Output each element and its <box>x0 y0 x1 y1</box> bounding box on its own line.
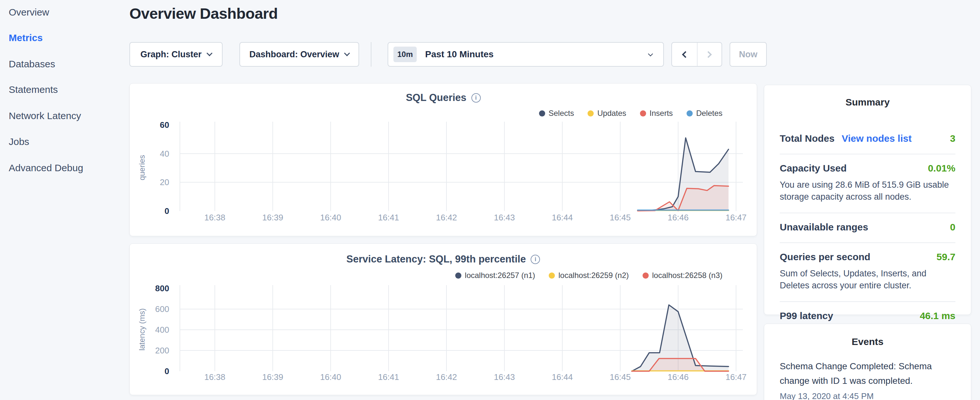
svg-text:16:43: 16:43 <box>494 213 515 222</box>
svg-text:40: 40 <box>160 149 169 159</box>
series-fills <box>638 138 729 211</box>
controls-divider <box>371 42 371 67</box>
capacity-used-value: 0.01% <box>928 163 955 174</box>
total-nodes-value: 3 <box>950 133 955 144</box>
p99-latency-value: 46.1 ms <box>920 310 955 321</box>
svg-text:16:38: 16:38 <box>204 213 225 222</box>
svg-text:16:42: 16:42 <box>436 372 457 382</box>
total-nodes-label: Total Nodes <box>780 133 834 144</box>
sidebar-item-databases[interactable]: Databases <box>9 59 55 70</box>
time-range-dropdown[interactable]: 10m Past 10 Minutes <box>388 42 664 67</box>
chevron-down-icon <box>344 50 350 56</box>
svg-text:16:41: 16:41 <box>378 213 399 222</box>
time-step-buttons <box>671 42 722 67</box>
summary-row-total-nodes: Total Nodes View nodes list 3 <box>780 124 955 155</box>
series-fills <box>632 305 729 371</box>
events-panel: Events Schema Change Completed: Schema c… <box>764 324 971 400</box>
prev-time-button[interactable] <box>672 43 697 66</box>
dashboard-dropdown[interactable]: Dashboard: Overview <box>239 42 359 67</box>
graph-scope-label: Graph: Cluster <box>140 49 202 59</box>
svg-text:16:41: 16:41 <box>378 372 399 382</box>
svg-text:16:46: 16:46 <box>667 372 689 382</box>
chevron-left-icon <box>682 51 689 57</box>
sidebar-item-statements[interactable]: Statements <box>9 84 58 95</box>
next-time-button[interactable] <box>697 43 722 66</box>
gridlines <box>180 122 743 211</box>
svg-text:16:45: 16:45 <box>609 213 631 222</box>
svg-text:16:39: 16:39 <box>262 213 283 222</box>
svg-text:200: 200 <box>155 346 169 355</box>
svg-text:16:40: 16:40 <box>320 213 341 222</box>
qps-value: 59.7 <box>937 252 955 263</box>
chevron-down-icon <box>207 50 212 56</box>
capacity-used-description: You are using 28.6 MiB of 515.9 GiB usab… <box>780 179 955 203</box>
svg-text:60: 60 <box>160 120 169 130</box>
svg-text:0: 0 <box>165 206 169 216</box>
svg-text:800: 800 <box>155 284 169 293</box>
svg-text:16:40: 16:40 <box>320 372 341 382</box>
svg-text:16:42: 16:42 <box>436 213 457 222</box>
event-timestamp: May 13, 2020 at 4:45 PM <box>780 391 955 400</box>
svg-text:16:46: 16:46 <box>667 213 689 222</box>
summary-row-qps: Queries per second 59.7 Sum of Selects, … <box>780 243 955 302</box>
chart-plot[interactable]: 16:3816:3916:4016:4116:4216:4316:4416:45… <box>130 244 757 395</box>
graph-scope-dropdown[interactable]: Graph: Cluster <box>129 42 223 67</box>
events-title: Events <box>764 324 971 347</box>
capacity-used-label: Capacity Used <box>780 163 847 174</box>
summary-row-capacity: Capacity Used 0.01% You are using 28.6 M… <box>780 155 955 213</box>
svg-text:20: 20 <box>160 177 169 187</box>
summary-panel: Summary Total Nodes View nodes list 3 Ca… <box>764 85 971 315</box>
svg-text:16:44: 16:44 <box>552 372 573 382</box>
svg-text:16:45: 16:45 <box>609 372 631 382</box>
now-button[interactable]: Now <box>730 42 767 67</box>
svg-text:16:44: 16:44 <box>552 213 573 222</box>
svg-text:16:47: 16:47 <box>725 372 746 382</box>
qps-label: Queries per second <box>780 252 870 263</box>
unavailable-ranges-label: Unavailable ranges <box>780 222 868 233</box>
sidebar-item-advanced-debug[interactable]: Advanced Debug <box>9 163 83 174</box>
sql-queries-chart-card: SQL Queries SelectsUpdatesInsertsDeletes… <box>129 83 757 236</box>
svg-text:600: 600 <box>155 304 169 314</box>
sidebar-item-jobs[interactable]: Jobs <box>9 136 29 147</box>
summary-title: Summary <box>764 85 971 108</box>
event-text: Schema Change Completed: Schema change w… <box>780 359 955 388</box>
svg-text:16:43: 16:43 <box>494 372 515 382</box>
summary-row-unavailable-ranges: Unavailable ranges 0 <box>780 213 955 243</box>
event-list-item[interactable]: Schema Change Completed: Schema change w… <box>764 347 971 400</box>
sidebar-item-network-latency[interactable]: Network Latency <box>9 110 81 121</box>
service-latency-chart-card: Service Latency: SQL, 99th percentile lo… <box>129 243 757 395</box>
svg-text:0: 0 <box>165 367 169 376</box>
svg-text:16:38: 16:38 <box>204 372 225 382</box>
unavailable-ranges-value: 0 <box>950 222 955 233</box>
view-nodes-list-link[interactable]: View nodes list <box>842 133 912 144</box>
chevron-right-icon <box>705 51 712 57</box>
sidebar-item-overview[interactable]: Overview <box>9 7 49 18</box>
page-title: Overview Dashboard <box>129 5 278 22</box>
axis-labels: 16:3816:3916:4016:4116:4216:4316:4416:45… <box>160 120 746 222</box>
p99-latency-label: P99 latency <box>780 310 833 321</box>
svg-text:16:39: 16:39 <box>262 372 283 382</box>
qps-description: Sum of Selects, Updates, Inserts, and De… <box>780 268 955 292</box>
svg-text:400: 400 <box>155 325 169 335</box>
dashboard-label: Dashboard: Overview <box>250 49 339 59</box>
time-range-label: Past 10 Minutes <box>425 49 494 59</box>
sidebar-item-metrics[interactable]: Metrics <box>9 32 43 43</box>
chevron-down-icon <box>648 51 653 56</box>
time-range-badge: 10m <box>393 46 417 62</box>
sidebar: Overview Metrics Databases Statements Ne… <box>0 0 129 400</box>
chart-plot[interactable]: 16:3816:3916:4016:4116:4216:4316:4416:45… <box>130 83 757 237</box>
svg-text:16:47: 16:47 <box>725 213 746 222</box>
